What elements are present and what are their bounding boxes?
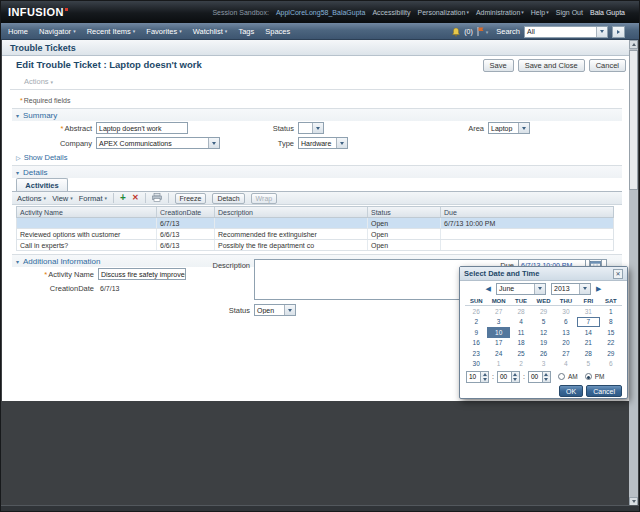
scrollbar-thumb[interactable] — [629, 50, 638, 190]
calendar-day[interactable]: 23 — [465, 348, 487, 359]
freeze-button[interactable]: Freeze — [175, 193, 207, 204]
calendar-day[interactable]: 17 — [487, 338, 509, 349]
accessibility-link[interactable]: Accessibility — [372, 9, 410, 16]
calendar-day[interactable]: 14 — [577, 327, 599, 338]
calendar-day[interactable]: 1 — [487, 359, 509, 370]
calendar-day[interactable]: 29 — [600, 348, 622, 359]
calendar-day[interactable]: 12 — [532, 327, 554, 338]
calendar-day[interactable]: 28 — [510, 306, 532, 317]
calendar-day[interactable]: 18 — [510, 338, 532, 349]
calendar-day[interactable]: 31 — [577, 306, 599, 317]
administration-menu[interactable]: Administration▾ — [476, 9, 524, 16]
print-icon[interactable] — [152, 193, 162, 204]
table-row[interactable]: Reviewed options with customer 6/6/13 Re… — [16, 229, 614, 240]
notification-count[interactable]: (0) — [464, 28, 473, 35]
calendar-day[interactable]: 13 — [555, 327, 577, 338]
col-activity-name[interactable]: Activity Name — [17, 207, 157, 217]
calendar-day[interactable]: 25 — [510, 348, 532, 359]
status-select[interactable] — [298, 122, 324, 134]
nav-watchlist[interactable]: Watchlist▾ — [193, 27, 228, 36]
pm-radio[interactable] — [585, 373, 592, 380]
search-scope-select[interactable]: All — [524, 26, 608, 38]
calendar-day[interactable]: 6 — [600, 359, 622, 370]
save-button[interactable]: Save — [483, 59, 514, 72]
calendar-day[interactable]: 5 — [577, 359, 599, 370]
detach-button[interactable]: Detach — [212, 193, 244, 204]
notifications-bell-icon[interactable] — [452, 23, 460, 41]
toolbar-view-menu[interactable]: View▾ — [52, 194, 73, 203]
disclosure-open-icon[interactable]: ▾ — [16, 112, 19, 119]
calendar-day[interactable]: 22 — [600, 338, 622, 349]
calendar-day[interactable]: 30 — [555, 306, 577, 317]
calendar-day[interactable]: 27 — [555, 348, 577, 359]
year-select[interactable]: 2013 — [551, 283, 591, 295]
vertical-scrollbar[interactable] — [629, 40, 638, 506]
col-status[interactable]: Status — [368, 207, 441, 217]
col-creation-date[interactable]: CreationDate — [157, 207, 215, 217]
previous-month-button[interactable]: ◀ — [486, 285, 491, 293]
spin-down-icon[interactable] — [543, 377, 550, 382]
calendar-day[interactable]: 30 — [465, 359, 487, 370]
nav-recent-items[interactable]: Recent Items▾ — [87, 27, 136, 36]
spin-down-icon[interactable] — [481, 377, 488, 382]
add-row-icon[interactable]: + — [120, 193, 126, 203]
next-month-button[interactable]: ▶ — [596, 285, 601, 293]
dialog-close-icon[interactable]: ✕ — [613, 269, 623, 279]
table-row[interactable]: 6/7/13 Open 6/7/13 10:00 PM — [16, 218, 614, 229]
dialog-cancel-button[interactable]: Cancel — [586, 385, 622, 397]
session-sandbox-link[interactable]: ApplCoreLong58_BalaGupta — [276, 9, 366, 16]
calendar-day[interactable]: 3 — [532, 359, 554, 370]
calendar-day[interactable]: 2 — [510, 359, 532, 370]
personalization-menu[interactable]: Personalization▾ — [418, 9, 469, 16]
abstract-field[interactable]: Laptop doesn't work — [96, 122, 188, 134]
toolbar-format-menu[interactable]: Format▾ — [79, 194, 107, 203]
toolbar-actions-menu[interactable]: Actions▾ — [17, 194, 46, 203]
col-description[interactable]: Description — [215, 207, 368, 217]
calendar-day[interactable]: 6 — [555, 317, 577, 328]
nav-favorites[interactable]: Favorites▾ — [146, 27, 181, 36]
delete-row-icon[interactable]: ✕ — [132, 193, 139, 203]
month-select[interactable]: June — [496, 283, 546, 295]
calendar-day[interactable]: 16 — [465, 338, 487, 349]
second-spinner[interactable]: 00 — [528, 371, 551, 383]
calendar-day[interactable]: 8 — [600, 317, 622, 328]
calendar-day[interactable]: 21 — [577, 338, 599, 349]
calendar-day[interactable]: 20 — [555, 338, 577, 349]
calendar-day[interactable]: 15 — [600, 327, 622, 338]
search-go-button[interactable] — [612, 26, 625, 38]
nav-tags[interactable]: Tags — [238, 27, 254, 36]
save-and-close-button[interactable]: Save and Close — [518, 59, 585, 72]
calendar-day[interactable]: 4 — [555, 359, 577, 370]
area-select[interactable]: Laptop — [488, 122, 530, 134]
ok-button[interactable]: OK — [559, 385, 583, 397]
col-due[interactable]: Due — [441, 207, 615, 217]
calendar-day[interactable]: 4 — [510, 317, 532, 328]
calendar-day[interactable]: 29 — [532, 306, 554, 317]
calendar-day[interactable]: 1 — [600, 306, 622, 317]
section-details-header[interactable]: ▾ Details — [12, 165, 622, 178]
calendar-day[interactable]: 28 — [577, 348, 599, 359]
minute-spinner[interactable]: 00 — [497, 371, 520, 383]
calendar-day[interactable]: 11 — [510, 327, 532, 338]
nav-navigator[interactable]: Navigator▾ — [39, 27, 76, 36]
calendar-day[interactable]: 7 — [577, 317, 599, 328]
spin-down-icon[interactable] — [512, 377, 519, 382]
am-radio[interactable] — [558, 373, 565, 380]
show-details-toggle[interactable]: ▷ Show Details — [16, 153, 67, 162]
help-menu[interactable]: Help▾ — [531, 9, 549, 16]
activity-name-field[interactable]: Discuss fire safety improvements — [98, 268, 186, 280]
calendar-day[interactable]: 27 — [487, 306, 509, 317]
tab-activities[interactable]: Activities — [16, 178, 68, 191]
calendar-day[interactable]: 26 — [532, 348, 554, 359]
nav-spaces[interactable]: Spaces — [265, 27, 290, 36]
calendar-day[interactable]: 2 — [465, 317, 487, 328]
hour-spinner[interactable]: 10 — [466, 371, 489, 383]
actions-menu-disabled[interactable]: Actions▾ — [24, 77, 53, 86]
scroll-up-button[interactable] — [629, 40, 638, 49]
calendar-day[interactable]: 26 — [465, 306, 487, 317]
type-select[interactable]: Hardware — [298, 137, 348, 149]
calendar-day[interactable]: 5 — [532, 317, 554, 328]
flag-icon[interactable]: ▾ — [477, 27, 489, 36]
calendar-day[interactable]: 19 — [532, 338, 554, 349]
activity-status-select[interactable]: Open — [254, 304, 296, 316]
